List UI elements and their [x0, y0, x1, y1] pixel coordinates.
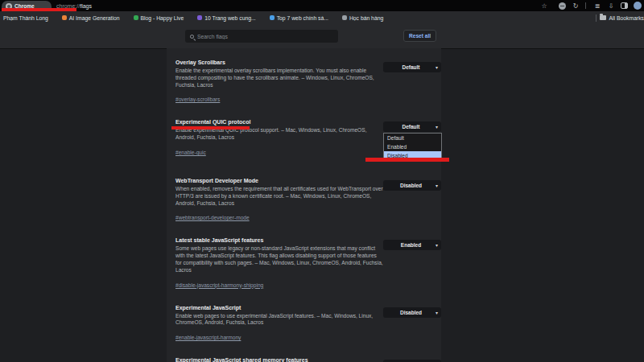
folder-icon	[600, 15, 606, 20]
media-controls-icon[interactable]: ≣	[592, 0, 602, 11]
chevron-down-icon: ▾	[436, 64, 438, 70]
flag-description: Enable the experimental overlay scrollba…	[175, 68, 383, 88]
bookmark-item[interactable]: 10 Trang web cung...	[197, 15, 255, 21]
downloads-icon[interactable]: ⇩	[606, 0, 616, 11]
flags-list: Overlay Scrollbars Enable the experiment…	[167, 48, 441, 362]
all-bookmarks-label: All Bookmarks	[609, 15, 644, 21]
flag-permalink[interactable]: #disable-javascript-harmony-shipping	[175, 282, 263, 289]
flag-row: WebTransport Developer Mode When enabled…	[167, 167, 441, 226]
flag-permalink[interactable]: #overlay-scrollbars	[175, 97, 220, 103]
flag-row: Overlay Scrollbars Enable the experiment…	[167, 48, 441, 108]
flag-row: Experimental JavaScript shared memory fe…	[167, 346, 441, 362]
flag-permalink[interactable]: #enable-javascript-harmony	[175, 335, 241, 341]
dropdown-option-default[interactable]: Default	[384, 134, 441, 142]
flag-title: Experimental JavaScript	[175, 304, 241, 311]
bookmarks-bar: Phạm Thành Long AI Image Generation Blog…	[0, 11, 644, 24]
bookmark-favicon-icon	[270, 15, 275, 20]
flag-title: Experimental QUIC protocol	[175, 118, 250, 125]
open-dropdown-menu: DefaultEnabledDisabled	[383, 133, 442, 161]
bookmark-item[interactable]: Học bán hàng	[342, 15, 383, 21]
bookmark-favicon-icon	[197, 15, 202, 20]
flag-control: Default ▾	[383, 351, 441, 362]
bookmark-label: 10 Trang web cung...	[204, 15, 255, 21]
bookmark-star-icon[interactable]: ☆	[539, 0, 549, 11]
flag-permalink[interactable]: #webtransport-developer-mode	[175, 215, 250, 221]
reset-all-button[interactable]: Reset all	[403, 30, 436, 42]
red-annotation-tab-underline	[2, 8, 76, 11]
bookmark-item[interactable]: AI Image Generation	[62, 15, 120, 21]
flag-select-dropdown[interactable]: Enabled ▾	[383, 240, 441, 250]
profile-avatar[interactable]	[633, 0, 642, 11]
flags-header: Reset all	[0, 24, 644, 48]
refresh-icon[interactable]: ↻	[571, 0, 580, 11]
flag-control: Default ▾	[383, 53, 441, 105]
url-host: flags	[80, 3, 92, 9]
tab-strip: Chrome chrome://flags ☆ ↻ ≣ ⇩	[0, 0, 644, 11]
flag-row: Experimental JavaScript Enable web pages…	[167, 294, 441, 347]
flag-select-dropdown[interactable]: Disabled ▾	[383, 307, 441, 318]
red-annotation-dropdown-underline	[365, 158, 449, 162]
bookmarks-divider	[596, 14, 597, 22]
flag-select-dropdown[interactable]: Default ▾	[383, 62, 441, 72]
chevron-down-icon: ▾	[436, 242, 438, 248]
flag-permalink[interactable]: #enable-quic	[175, 150, 206, 156]
flag-select-dropdown[interactable]: Default ▾	[383, 121, 441, 132]
chevron-down-icon: ▾	[436, 310, 438, 315]
flag-title: Overlay Scrollbars	[175, 59, 225, 66]
search-icon	[190, 35, 194, 39]
pause-circle-icon[interactable]	[557, 0, 567, 11]
flag-control: Default ▾ DefaultEnabledDisabled	[383, 113, 441, 158]
browser-window: Chrome chrome://flags ☆ ↻ ≣ ⇩ Phạm Thành…	[0, 0, 644, 362]
search-input[interactable]	[197, 34, 318, 39]
flag-row: Latest stable JavaScript features Some w…	[167, 226, 441, 293]
flag-control: Enabled ▾	[383, 231, 441, 290]
bookmark-favicon-icon	[342, 15, 347, 20]
bookmark-label: Top 7 web chính sá...	[277, 15, 328, 21]
bookmark-item[interactable]: Blog - Happy Live	[134, 15, 184, 21]
all-bookmarks[interactable]: All Bookmarks	[592, 11, 644, 24]
bookmark-item[interactable]: Phạm Thành Long	[3, 15, 48, 21]
flag-description: Enable web pages to use experimental Jav…	[175, 313, 383, 327]
bookmark-favicon-icon	[134, 15, 138, 20]
bookmark-label: Phạm Thành Long	[3, 15, 48, 21]
bookmark-item[interactable]: Top 7 web chính sá...	[270, 15, 328, 21]
bookmark-label: Blog - Happy Live	[141, 15, 184, 21]
chevron-down-icon: ▾	[436, 124, 438, 130]
bookmark-label: Học bán hàng	[349, 15, 383, 21]
dropdown-option-enabled[interactable]: Enabled	[384, 142, 441, 151]
flag-description: When enabled, removes the requirement th…	[175, 186, 383, 207]
flag-control: Disabled ▾	[383, 298, 441, 343]
bookmark-label: AI Image Generation	[69, 15, 120, 21]
flag-title: Latest stable JavaScript features	[175, 237, 263, 244]
flag-description: Some web pages use legacy or non-standar…	[175, 245, 383, 274]
flags-page: Reset all Overlay Scrollbars Enable the …	[0, 24, 644, 362]
search-box[interactable]	[185, 30, 338, 43]
toolbar-divider	[585, 2, 586, 9]
side-panel-icon[interactable]	[619, 0, 629, 11]
chevron-down-icon: ▾	[436, 183, 438, 188]
flag-select-dropdown[interactable]: Disabled ▾	[383, 180, 441, 191]
red-annotation-title-underline	[171, 126, 250, 130]
flag-row: Experimental QUIC protocol Enable experi…	[167, 108, 441, 167]
bookmark-favicon-icon	[62, 15, 67, 20]
flag-control: Disabled ▾	[383, 171, 441, 223]
flag-title: WebTransport Developer Mode	[175, 177, 258, 184]
flag-title: Experimental JavaScript shared memory fe…	[175, 356, 308, 362]
